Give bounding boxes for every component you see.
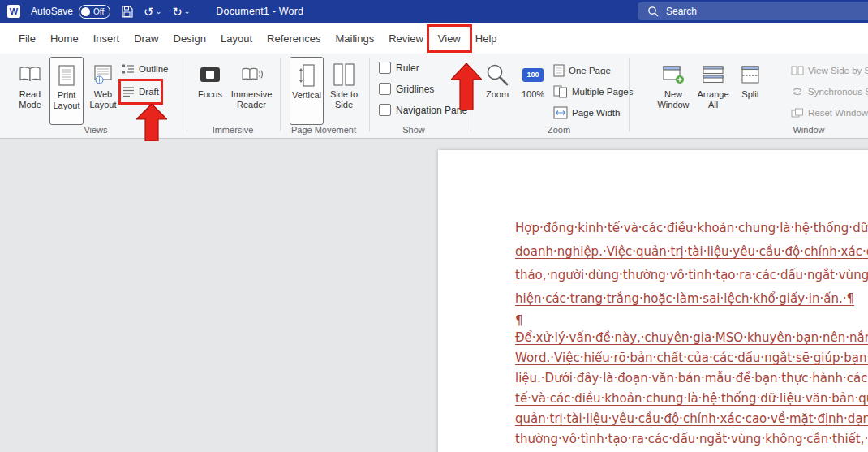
zoom-100-button[interactable]: 100 100% bbox=[516, 57, 550, 125]
search-icon bbox=[647, 6, 659, 17]
tab-insert[interactable]: Insert bbox=[86, 28, 127, 49]
document-line: doanh·nghiệp.·Việc·quản·trị·tài·liệu·yêu… bbox=[515, 244, 868, 259]
title-bar: W AutoSave Off ↺ ⌄ ↻ ⌄ Document1 - Word … bbox=[0, 0, 868, 23]
autosave-state: Off bbox=[93, 7, 104, 16]
tab-file[interactable]: File bbox=[11, 28, 43, 49]
read-mode-button[interactable]: Read Mode bbox=[13, 57, 47, 125]
outline-icon bbox=[122, 63, 135, 75]
synchronous-scrolling-button: Synchronous Sc bbox=[791, 83, 868, 101]
tab-references[interactable]: References bbox=[260, 28, 328, 49]
zoom-button[interactable]: Zoom bbox=[480, 57, 514, 125]
tab-view[interactable]: View bbox=[431, 28, 468, 49]
read-mode-icon bbox=[19, 60, 41, 89]
multiple-pages-icon bbox=[553, 85, 568, 98]
side-to-side-button[interactable]: Side to Side bbox=[327, 57, 361, 125]
arrange-all-label: Arrange All bbox=[695, 89, 731, 110]
window-group: New Window Arrange All bbox=[629, 54, 868, 138]
new-window-button[interactable]: New Window bbox=[655, 57, 691, 125]
document-page[interactable]: Hợp·đồng·kinh·tế·và·các·điều·khoản·chung… bbox=[438, 150, 868, 452]
split-icon bbox=[741, 60, 759, 89]
autosave-label: AutoSave bbox=[31, 6, 73, 17]
outline-button[interactable]: Outline bbox=[122, 60, 168, 78]
tab-layout[interactable]: Layout bbox=[213, 28, 260, 49]
ribbon-tab-bar: File Home Insert Draw Design Layout Refe… bbox=[0, 23, 868, 54]
immersive-reader-label: Immersive Reader bbox=[230, 89, 273, 110]
redo-button[interactable]: ↻ bbox=[172, 6, 183, 18]
checkbox-icon bbox=[379, 104, 391, 116]
views-group-label: Views bbox=[84, 125, 107, 135]
draft-button[interactable]: Draft bbox=[122, 83, 159, 101]
word-window: W AutoSave Off ↺ ⌄ ↻ ⌄ Document1 - Word … bbox=[0, 0, 868, 452]
print-layout-icon bbox=[58, 61, 75, 90]
annotation-arrow-view bbox=[451, 63, 482, 110]
tab-mailings[interactable]: Mailings bbox=[329, 28, 382, 49]
checkbox-icon bbox=[379, 83, 391, 95]
zoom-100-label: 100% bbox=[522, 89, 544, 100]
split-label: Split bbox=[741, 89, 758, 100]
qat-dropdown-chevron-icon[interactable]: ⌄ bbox=[184, 8, 191, 15]
vertical-button[interactable]: Vertical bbox=[290, 57, 324, 125]
document-line: thường·vô·tình·tạo·ra·các·dấu·ngắt·vùng·… bbox=[515, 432, 868, 446]
word-logo-icon: W bbox=[7, 5, 20, 18]
ruler-checkbox[interactable]: Ruler bbox=[379, 62, 419, 74]
one-page-button[interactable]: One Page bbox=[553, 62, 611, 80]
side-to-side-icon bbox=[333, 60, 355, 89]
save-button[interactable] bbox=[121, 6, 133, 18]
web-layout-button[interactable]: Web Layout bbox=[86, 57, 120, 125]
print-layout-label: Print Layout bbox=[50, 90, 83, 111]
undo-button[interactable]: ↺ bbox=[144, 6, 154, 18]
page-movement-group-label: Page Movement bbox=[291, 125, 356, 135]
page-movement-group: Vertical Side to Side Page Movement bbox=[280, 54, 369, 138]
multiple-pages-label: Multiple Pages bbox=[572, 87, 633, 97]
document-line: thảo,·người·dùng·thường·vô·tình·tạo·ra·c… bbox=[515, 268, 868, 282]
split-button[interactable]: Split bbox=[735, 57, 766, 125]
document-line: Hợp·đồng·kinh·tế·và·các·điều·khoản·chung… bbox=[515, 221, 868, 235]
draft-icon bbox=[122, 86, 135, 97]
tab-home[interactable]: Home bbox=[43, 28, 86, 49]
gridlines-checkbox[interactable]: Gridlines bbox=[379, 83, 434, 95]
immersive-group: Focus Immersive Reader Immersive bbox=[187, 54, 280, 138]
print-layout-button[interactable]: Print Layout bbox=[49, 57, 84, 125]
arrange-all-icon bbox=[703, 60, 724, 89]
view-side-by-side-icon bbox=[791, 66, 804, 75]
document-line: Để·xử·lý·vấn·đề·này,·chuyên·gia·MSO·khuy… bbox=[515, 330, 868, 345]
zoom-group: Zoom 100 100% One Page Mul bbox=[471, 54, 629, 138]
zoom-icon bbox=[485, 60, 509, 89]
page-width-icon bbox=[553, 106, 568, 119]
focus-button[interactable]: Focus bbox=[193, 57, 227, 125]
autosave-toggle[interactable]: Off bbox=[79, 5, 110, 19]
web-layout-label: Web Layout bbox=[86, 89, 120, 110]
zoom-group-label: Zoom bbox=[548, 125, 570, 135]
document-area: Hợp·đồng·kinh·tế·và·các·điều·khoản·chung… bbox=[0, 139, 868, 452]
ruler-label: Ruler bbox=[396, 62, 419, 74]
page-width-button[interactable]: Page Width bbox=[553, 104, 620, 122]
arrange-all-button[interactable]: Arrange All bbox=[695, 57, 731, 125]
side-to-side-label: Side to Side bbox=[327, 89, 361, 110]
immersive-reader-button[interactable]: Immersive Reader bbox=[230, 57, 273, 125]
multiple-pages-button[interactable]: Multiple Pages bbox=[553, 83, 633, 101]
tab-draw[interactable]: Draw bbox=[127, 28, 165, 49]
reset-window-position-button: Reset Window P bbox=[791, 104, 868, 122]
tab-design[interactable]: Design bbox=[166, 28, 213, 49]
reset-window-position-label: Reset Window P bbox=[808, 108, 868, 118]
immersive-reader-icon bbox=[241, 60, 263, 89]
document-line: tế·và·các·điều·khoản·chung·là·hệ·thống·d… bbox=[515, 391, 868, 406]
web-layout-icon bbox=[94, 60, 112, 89]
gridlines-label: Gridlines bbox=[396, 84, 434, 95]
search-label: Search bbox=[666, 6, 697, 17]
zoom-label: Zoom bbox=[486, 89, 509, 100]
tab-help[interactable]: Help bbox=[468, 28, 505, 49]
synchronous-scrolling-icon bbox=[791, 87, 804, 97]
new-window-label: New Window bbox=[655, 89, 691, 110]
outline-label: Outline bbox=[139, 64, 168, 74]
immersive-group-label: Immersive bbox=[213, 125, 254, 135]
one-page-label: One Page bbox=[569, 66, 611, 75]
search-bar[interactable]: Search bbox=[638, 2, 868, 20]
reset-window-position-icon bbox=[791, 108, 804, 118]
document-line: liệu.·Dưới·đây·là·đoạn·văn·bản·mẫu·để·bạ… bbox=[515, 371, 868, 385]
tab-review[interactable]: Review bbox=[381, 28, 431, 49]
view-side-by-side-label: View Side by Sid bbox=[808, 66, 868, 75]
synchronous-scrolling-label: Synchronous Sc bbox=[808, 87, 868, 97]
undo-dropdown-chevron-icon[interactable]: ⌄ bbox=[156, 8, 162, 15]
one-page-icon bbox=[553, 64, 565, 77]
